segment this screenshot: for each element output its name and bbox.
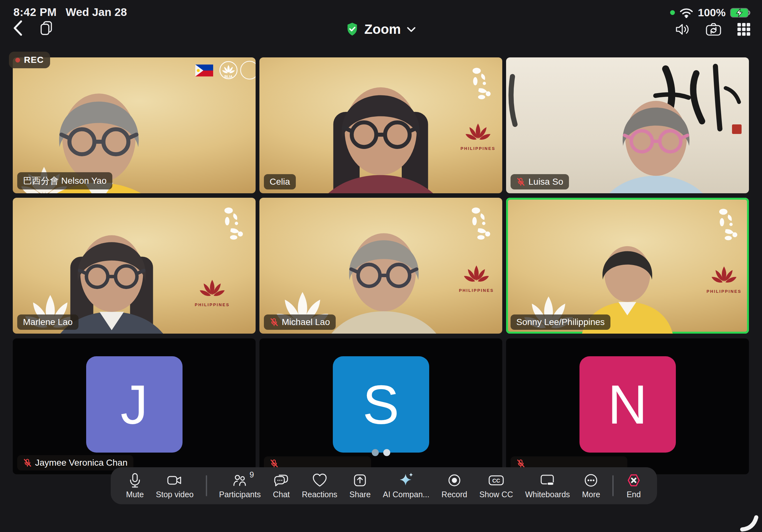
video-feed bbox=[260, 57, 502, 193]
multitask-windows-icon bbox=[38, 20, 54, 36]
chat-label: Chat bbox=[273, 490, 290, 499]
page-dot-2[interactable] bbox=[383, 449, 390, 456]
record-button[interactable]: Record bbox=[442, 473, 468, 499]
participant-name: Sonny Lee/Philippines bbox=[516, 317, 605, 327]
security-shield-check-icon bbox=[346, 22, 359, 36]
video-tile-luisa-so[interactable]: Luisa So bbox=[506, 57, 749, 193]
participant-name: Jaymee Veronica Chan bbox=[35, 458, 128, 468]
share-up-arrow-icon bbox=[352, 473, 368, 488]
apps-grid-icon bbox=[736, 22, 751, 37]
reactions-label: Reactions bbox=[302, 490, 337, 499]
show-cc-label: Show CC bbox=[479, 490, 513, 499]
wifi-icon bbox=[679, 7, 693, 19]
participant-name: Marlene Lao bbox=[23, 317, 73, 327]
participant-name: 巴西分會 Nelson Yao bbox=[23, 175, 107, 187]
stop-video-button[interactable]: Stop video bbox=[156, 473, 194, 499]
avatar-letter: S bbox=[362, 377, 399, 432]
whiteboards-label: Whiteboards bbox=[525, 490, 570, 499]
video-camera-icon bbox=[167, 473, 183, 488]
record-circle-icon bbox=[447, 473, 462, 488]
participant-name: Michael Lao bbox=[282, 317, 330, 327]
participants-button[interactable]: 9 Participants bbox=[219, 473, 261, 499]
video-tile-marlene-lao[interactable]: Marlene Lao bbox=[13, 198, 256, 334]
switch-camera-button[interactable] bbox=[705, 22, 722, 37]
speaker-icon bbox=[675, 22, 691, 37]
participant-name-label: Sonny Lee/Philippines bbox=[510, 314, 610, 330]
muted-mic-icon bbox=[516, 459, 525, 468]
speaker-button[interactable] bbox=[675, 22, 691, 37]
heart-icon bbox=[312, 473, 327, 488]
video-feed bbox=[260, 198, 502, 334]
back-button[interactable] bbox=[12, 20, 23, 36]
mute-button[interactable]: Mute bbox=[126, 473, 144, 499]
participant-name: Celia bbox=[269, 177, 290, 187]
participants-label: Participants bbox=[219, 490, 261, 499]
video-feed bbox=[13, 198, 256, 334]
ai-companion-label: AI Compan... bbox=[383, 490, 429, 499]
closed-captions-icon: CC bbox=[488, 473, 504, 488]
video-tile-nelson-yao[interactable]: 巴西分會 Nelson Yao bbox=[13, 57, 256, 193]
video-tile-celia[interactable]: Celia bbox=[260, 57, 502, 193]
meeting-nav-bar: Zoom bbox=[0, 20, 762, 39]
multitask-button[interactable] bbox=[38, 20, 54, 36]
recording-label: REC bbox=[24, 55, 44, 65]
more-label: More bbox=[582, 490, 600, 499]
reactions-button[interactable]: Reactions bbox=[302, 473, 337, 499]
mute-label: Mute bbox=[126, 490, 144, 499]
end-label: End bbox=[627, 490, 641, 499]
status-date: Wed Jan 28 bbox=[66, 6, 127, 19]
share-button[interactable]: Share bbox=[349, 473, 371, 499]
video-tile-jaymee-veronica-chan[interactable]: J Jaymee Veronica Chan bbox=[13, 338, 256, 474]
recording-dot-icon bbox=[15, 58, 20, 62]
stop-video-label: Stop video bbox=[156, 490, 194, 499]
status-time: 8:42 PM bbox=[13, 6, 57, 19]
meeting-toolbar: Mute Stop video 9 Participants bbox=[111, 467, 657, 504]
avatar: N bbox=[579, 356, 676, 453]
apps-grid-button[interactable] bbox=[736, 22, 751, 37]
muted-mic-icon bbox=[269, 318, 278, 327]
toolbar-divider bbox=[206, 475, 207, 496]
ai-companion-button[interactable]: AI Compan... bbox=[383, 473, 429, 499]
show-cc-button[interactable]: CC Show CC bbox=[479, 473, 513, 499]
participant-name: Luisa So bbox=[528, 177, 563, 187]
back-chevron-icon bbox=[12, 20, 23, 36]
avatar-letter: N bbox=[608, 377, 647, 432]
corner-arc-glyph bbox=[736, 510, 762, 532]
meeting-title-dropdown[interactable]: Zoom bbox=[346, 20, 416, 39]
participants-count-badge: 9 bbox=[250, 470, 254, 479]
page-indicator-dots[interactable] bbox=[372, 449, 390, 456]
share-label: Share bbox=[349, 490, 371, 499]
video-feed bbox=[506, 198, 749, 334]
participants-icon bbox=[232, 473, 248, 488]
participant-name-label: Celia bbox=[264, 174, 296, 189]
more-ellipsis-icon bbox=[583, 473, 599, 488]
toolbar-divider bbox=[612, 475, 614, 496]
end-call-button[interactable]: End bbox=[626, 473, 642, 499]
switch-camera-icon bbox=[705, 22, 722, 37]
recording-badge: REC bbox=[9, 52, 50, 68]
whiteboard-icon bbox=[540, 473, 556, 488]
presence-green-dot-icon bbox=[670, 10, 675, 15]
participant-name-label: 巴西分會 Nelson Yao bbox=[17, 172, 112, 189]
video-tile-sonny-lee[interactable]: Sonny Lee/Philippines bbox=[506, 198, 749, 334]
chat-button[interactable]: Chat bbox=[273, 473, 290, 499]
muted-mic-icon bbox=[23, 458, 32, 467]
app-title: Zoom bbox=[364, 22, 401, 37]
avatar: S bbox=[333, 356, 429, 453]
video-tile-avatar-n[interactable]: N bbox=[506, 338, 749, 474]
cc-glyph: CC bbox=[493, 478, 500, 484]
whiteboards-button[interactable]: Whiteboards bbox=[525, 473, 570, 499]
muted-mic-icon bbox=[269, 459, 278, 468]
more-button[interactable]: More bbox=[582, 473, 600, 499]
participant-name-label: Marlene Lao bbox=[17, 314, 79, 330]
participant-name-label: Michael Lao bbox=[264, 314, 336, 330]
avatar: J bbox=[86, 356, 183, 453]
video-tile-michael-lao[interactable]: Michael Lao bbox=[260, 198, 502, 334]
chevron-down-icon bbox=[407, 26, 416, 33]
page-dot-1[interactable] bbox=[372, 449, 379, 456]
status-bar: 8:42 PM Wed Jan 28 100% bbox=[0, 4, 762, 19]
participant-name-label: Luisa So bbox=[510, 174, 569, 189]
video-feed bbox=[506, 57, 749, 193]
record-label: Record bbox=[442, 490, 468, 499]
end-call-hexagon-icon bbox=[626, 473, 642, 488]
